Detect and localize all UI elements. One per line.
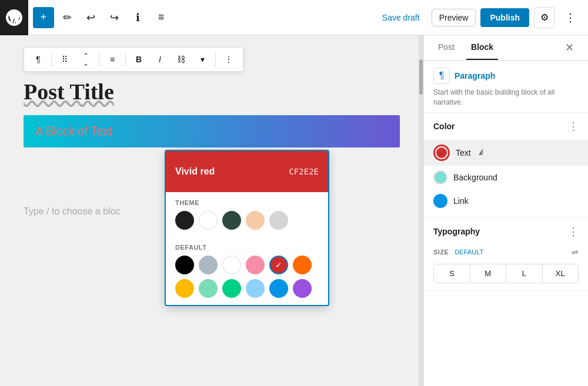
swatch-vivid-green[interactable] — [222, 279, 241, 298]
swatch-pink[interactable] — [246, 256, 265, 274]
background-color-dot — [433, 170, 447, 184]
scroll-thumb — [419, 59, 423, 95]
wp-logo[interactable] — [0, 0, 28, 35]
color-item-link[interactable]: Link — [424, 189, 588, 213]
color-text-label: Text — [456, 148, 471, 157]
color-background-label: Background — [453, 173, 497, 182]
color-section: Color ⋮ Text 𝓀 Background — [424, 113, 588, 218]
block-more-button[interactable]: ⋮ — [219, 50, 238, 69]
swatch-black[interactable] — [175, 256, 194, 274]
edit-button[interactable]: ✏ — [56, 7, 78, 28]
toolbar-left: + ✏ ↩ ↪ ℹ ≡ — [33, 7, 172, 28]
sidebar-close-button[interactable]: ✕ — [560, 38, 579, 57]
text-color-dot — [436, 147, 447, 158]
tab-block[interactable]: Block — [466, 35, 498, 60]
default-swatches: ✓ — [175, 256, 319, 274]
swatch-white-theme[interactable] — [199, 211, 218, 230]
more-icon: ⋮ — [565, 11, 576, 24]
preview-button[interactable]: Preview — [432, 9, 476, 26]
default-label: DEFAULT — [175, 244, 319, 251]
default-swatches-row2 — [175, 279, 319, 298]
color-link-label: Link — [453, 196, 469, 206]
color-hex: CF2E2E — [289, 167, 319, 176]
info-button[interactable]: ℹ — [127, 7, 148, 28]
paragraph-type-button[interactable]: ¶ — [29, 50, 48, 69]
typography-section-header[interactable]: Typography ⋮ — [424, 218, 588, 245]
undo-button[interactable]: ↩ — [80, 7, 101, 28]
color-section-header[interactable]: Color ⋮ — [424, 113, 588, 140]
add-block-button[interactable]: + — [33, 7, 54, 28]
text-block[interactable]: A Block of Text — [24, 115, 400, 147]
list-view-button[interactable]: ≡ — [151, 7, 172, 28]
color-section-title: Color — [433, 122, 455, 131]
size-m-button[interactable]: M — [470, 264, 507, 283]
more-options-button[interactable]: ⋮ — [560, 7, 581, 28]
text-block-content: A Block of Text — [35, 125, 112, 137]
top-toolbar: + ✏ ↩ ↪ ℹ ≡ Save draft Preview Publish ⚙… — [0, 0, 588, 35]
redo-button[interactable]: ↪ — [103, 7, 125, 28]
size-row: SIZE DEFAULT ⇌ — [424, 245, 588, 264]
link-color-dot — [433, 194, 447, 208]
right-sidebar: Post Block ✕ ¶ Paragraph Start with the … — [423, 35, 588, 386]
swatch-lightgray-theme[interactable] — [269, 211, 288, 230]
publish-button[interactable]: Publish — [480, 8, 529, 27]
size-adjust-button[interactable]: ⇌ — [572, 247, 579, 257]
swatch-yellow[interactable] — [175, 279, 194, 298]
block-type-name: Paragraph — [455, 71, 495, 80]
editor-area: ¶ ⠿ ⌃⌃ ≡ B I ⛓ ▾ ⋮ Post Title A Block of… — [0, 35, 423, 386]
swatch-black-theme[interactable] — [175, 211, 194, 230]
size-buttons: S M L XL — [433, 264, 579, 283]
typography-section-title: Typography — [433, 227, 480, 236]
settings-button[interactable]: ⚙ — [534, 7, 555, 28]
size-s-button[interactable]: S — [434, 264, 470, 283]
size-label: SIZE — [433, 249, 449, 256]
color-name: Vivid red — [175, 166, 215, 177]
size-l-button[interactable]: L — [506, 264, 543, 283]
scroll-indicator[interactable] — [419, 35, 423, 386]
toolbar-divider-1 — [51, 52, 52, 66]
color-section-more-button[interactable]: ⋮ — [568, 120, 579, 133]
size-xl-button[interactable]: XL — [543, 264, 579, 283]
block-type-header: ¶ Paragraph Start with the basic buildin… — [424, 61, 588, 113]
save-draft-button[interactable]: Save draft — [375, 9, 427, 26]
typography-section-more-button[interactable]: ⋮ — [568, 225, 579, 238]
selected-check: ✓ — [275, 260, 282, 270]
italic-button[interactable]: I — [151, 50, 169, 69]
toolbar-divider-4 — [215, 52, 216, 66]
cursor-indicator: 𝓀 — [479, 147, 483, 157]
color-item-background[interactable]: Background — [424, 166, 588, 189]
swatch-purple[interactable] — [293, 279, 312, 298]
block-type-icon: ¶ — [433, 68, 450, 84]
main-layout: ¶ ⠿ ⌃⌃ ≡ B I ⛓ ▾ ⋮ Post Title A Block of… — [0, 35, 588, 386]
size-default-label: DEFAULT — [455, 249, 483, 256]
align-button[interactable]: ≡ — [103, 50, 122, 69]
swatch-darkgreen-theme[interactable] — [222, 211, 241, 230]
color-item-text[interactable]: Text 𝓀 — [424, 140, 588, 166]
block-type-row: ¶ Paragraph — [433, 68, 579, 84]
more-rich-text-button[interactable]: ▾ — [193, 50, 212, 69]
swatch-orange[interactable] — [293, 256, 312, 274]
toolbar-right: Save draft Preview Publish ⚙ ⋮ — [375, 7, 581, 28]
tab-post[interactable]: Post — [433, 35, 459, 60]
swatch-gray[interactable] — [199, 256, 218, 274]
swatch-white[interactable] — [222, 256, 241, 274]
sidebar-tabs: Post Block ✕ — [424, 35, 588, 61]
swatch-pale-theme[interactable] — [246, 211, 265, 230]
link-button[interactable]: ⛓ — [172, 50, 191, 69]
swatch-pale-blue[interactable] — [246, 279, 265, 298]
block-type-desc: Start with the basic building block of a… — [433, 88, 579, 108]
toolbar-divider-2 — [99, 52, 99, 66]
gear-icon: ⚙ — [540, 12, 549, 23]
theme-label: THEME — [175, 199, 319, 206]
post-title[interactable]: Post Title — [24, 79, 400, 106]
swatch-light-green[interactable] — [199, 279, 218, 298]
block-toolbar: ¶ ⠿ ⌃⌃ ≡ B I ⛓ ▾ ⋮ — [24, 47, 243, 72]
bold-button[interactable]: B — [129, 50, 148, 69]
theme-color-section: THEME — [166, 192, 328, 237]
drag-handle-button[interactable]: ⠿ — [55, 50, 74, 69]
color-picker-popup: Vivid red CF2E2E THEME DEFAULT — [165, 150, 329, 306]
color-preview: Vivid red CF2E2E — [166, 151, 328, 192]
move-button[interactable]: ⌃⌃ — [76, 50, 95, 69]
swatch-vivid-red[interactable]: ✓ — [269, 256, 288, 274]
swatch-vivid-blue[interactable] — [269, 279, 288, 298]
